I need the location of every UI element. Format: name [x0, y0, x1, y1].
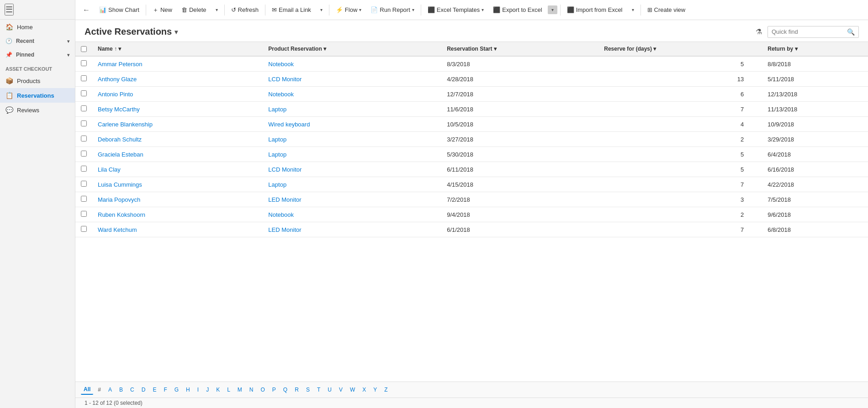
pagination-letter-all[interactable]: All	[81, 385, 93, 395]
row-checkbox[interactable]	[81, 136, 87, 141]
row-product[interactable]: LED Monitor	[263, 222, 441, 237]
pagination-letter-s[interactable]: S	[303, 385, 312, 394]
row-product[interactable]: Laptop	[263, 177, 441, 192]
col-reserve-days[interactable]: Reserve for (days) ▾	[598, 42, 762, 56]
export-excel-button[interactable]: ⬛ Export to Excel	[489, 5, 545, 15]
row-checkbox-cell[interactable]	[75, 87, 92, 102]
pagination-letter-n[interactable]: N	[247, 385, 256, 394]
row-product[interactable]: Laptop	[263, 147, 441, 162]
row-product[interactable]: Laptop	[263, 102, 441, 117]
pagination-letter-g[interactable]: G	[172, 385, 181, 394]
col-name[interactable]: Name ↑ ▾	[92, 42, 263, 56]
row-product[interactable]: LCD Monitor	[263, 162, 441, 177]
row-name[interactable]: Carlene Blankenship	[92, 117, 263, 132]
col-return-by[interactable]: Return by ▾	[762, 42, 868, 56]
search-icon[interactable]: 🔍	[847, 28, 855, 36]
pagination-letter-x[interactable]: X	[360, 385, 369, 394]
row-checkbox[interactable]	[81, 75, 87, 81]
back-button[interactable]: ←	[79, 4, 94, 16]
import-excel-button[interactable]: ⬛ Import from Excel	[563, 5, 626, 15]
row-checkbox-cell[interactable]	[75, 56, 92, 72]
quick-find-input[interactable]	[772, 28, 844, 35]
pagination-letter-q[interactable]: Q	[281, 385, 290, 394]
row-name[interactable]: Graciela Esteban	[92, 147, 263, 162]
pagination-letter-y[interactable]: Y	[370, 385, 380, 394]
import-dropdown-button[interactable]: ▾	[628, 5, 638, 14]
pagination-letter-u[interactable]: U	[325, 385, 334, 394]
pagination-letter-l[interactable]: L	[224, 385, 233, 394]
row-checkbox-cell[interactable]	[75, 147, 92, 162]
row-checkbox[interactable]	[81, 226, 87, 232]
email-dropdown-button[interactable]: ▾	[317, 5, 326, 14]
sidebar-item-reviews[interactable]: 💬 Reviews	[0, 103, 75, 117]
create-view-button[interactable]: ⊞ Create view	[644, 5, 689, 15]
row-checkbox[interactable]	[81, 151, 87, 157]
start-col-dropdown-icon[interactable]: ▾	[494, 46, 497, 52]
product-col-dropdown-icon[interactable]: ▾	[323, 46, 326, 52]
delete-dropdown-button[interactable]: ▾	[212, 5, 222, 14]
sidebar-item-home[interactable]: 🏠 Home	[0, 20, 75, 34]
row-checkbox[interactable]	[81, 181, 87, 187]
pagination-letter-m[interactable]: M	[235, 385, 245, 394]
excel-templates-button[interactable]: ⬛ Excel Templates ▾	[424, 5, 487, 15]
row-product[interactable]: Notebook	[263, 56, 441, 72]
row-checkbox-cell[interactable]	[75, 222, 92, 237]
new-button[interactable]: ＋ New	[149, 4, 176, 16]
row-checkbox[interactable]	[81, 196, 87, 202]
col-reservation-start[interactable]: Reservation Start ▾	[441, 42, 598, 56]
row-name[interactable]: Ammar Peterson	[92, 56, 263, 72]
run-report-button[interactable]: 📄 Run Report ▾	[367, 5, 418, 15]
row-name[interactable]: Anthony Glaze	[92, 72, 263, 87]
col-product[interactable]: Product Reservation ▾	[263, 42, 441, 56]
row-name[interactable]: Lila Clay	[92, 162, 263, 177]
pagination-letter-p[interactable]: P	[270, 385, 279, 394]
row-product[interactable]: Wired keyboard	[263, 117, 441, 132]
row-checkbox[interactable]	[81, 166, 87, 172]
row-checkbox-cell[interactable]	[75, 207, 92, 222]
row-product[interactable]: Notebook	[263, 87, 441, 102]
pagination-letter-j[interactable]: J	[203, 385, 212, 394]
pagination-letter-a[interactable]: A	[106, 385, 115, 394]
row-checkbox[interactable]	[81, 90, 87, 96]
row-checkbox-cell[interactable]	[75, 117, 92, 132]
row-name[interactable]: Antonio Pinto	[92, 87, 263, 102]
refresh-button[interactable]: ↺ Refresh	[228, 5, 263, 15]
row-checkbox-cell[interactable]	[75, 102, 92, 117]
row-checkbox[interactable]	[81, 120, 87, 126]
pagination-letter-c[interactable]: C	[127, 385, 137, 394]
pagination-letter-e[interactable]: E	[150, 385, 159, 394]
export-dropdown-button[interactable]: ▾	[548, 5, 557, 14]
pagination-letter-f[interactable]: F	[161, 385, 169, 394]
row-name[interactable]: Luisa Cummings	[92, 177, 263, 192]
row-product[interactable]: Notebook	[263, 207, 441, 222]
row-checkbox[interactable]	[81, 211, 87, 217]
row-name[interactable]: Maria Popovych	[92, 192, 263, 207]
pagination-letter-o[interactable]: O	[258, 385, 268, 394]
pagination-letter-b[interactable]: B	[116, 385, 126, 394]
days-col-dropdown-icon[interactable]: ▾	[653, 46, 656, 52]
row-checkbox-cell[interactable]	[75, 72, 92, 87]
row-name[interactable]: Betsy McCarthy	[92, 102, 263, 117]
row-checkbox-cell[interactable]	[75, 162, 92, 177]
pagination-letter-d[interactable]: D	[139, 385, 148, 394]
menu-icon[interactable]: ☰	[5, 4, 14, 16]
row-checkbox-cell[interactable]	[75, 132, 92, 147]
row-checkbox[interactable]	[81, 105, 87, 111]
row-name[interactable]: Ward Ketchum	[92, 222, 263, 237]
pagination-letter-r[interactable]: R	[292, 385, 302, 394]
row-checkbox-cell[interactable]	[75, 192, 92, 207]
sidebar-item-products[interactable]: 📦 Products	[0, 73, 75, 88]
sidebar-item-pinned[interactable]: 📌 Pinned ▾	[0, 48, 75, 62]
flow-button[interactable]: ⚡ Flow ▾	[332, 5, 365, 15]
pagination-letter-v[interactable]: V	[336, 385, 345, 394]
name-col-dropdown-icon[interactable]: ▾	[118, 46, 121, 52]
email-link-button[interactable]: ✉ Email a Link	[268, 5, 315, 15]
view-title-dropdown-icon[interactable]: ▾	[175, 28, 178, 36]
return-col-dropdown-icon[interactable]: ▾	[795, 46, 798, 52]
pagination-letter-#[interactable]: #	[95, 385, 104, 394]
row-product[interactable]: LCD Monitor	[263, 72, 441, 87]
sidebar-item-recent[interactable]: 🕐 Recent ▾	[0, 34, 75, 48]
row-name[interactable]: Ruben Kokshoorn	[92, 207, 263, 222]
filter-button[interactable]: ⚗	[754, 26, 764, 38]
pagination-letter-h[interactable]: H	[183, 385, 193, 394]
